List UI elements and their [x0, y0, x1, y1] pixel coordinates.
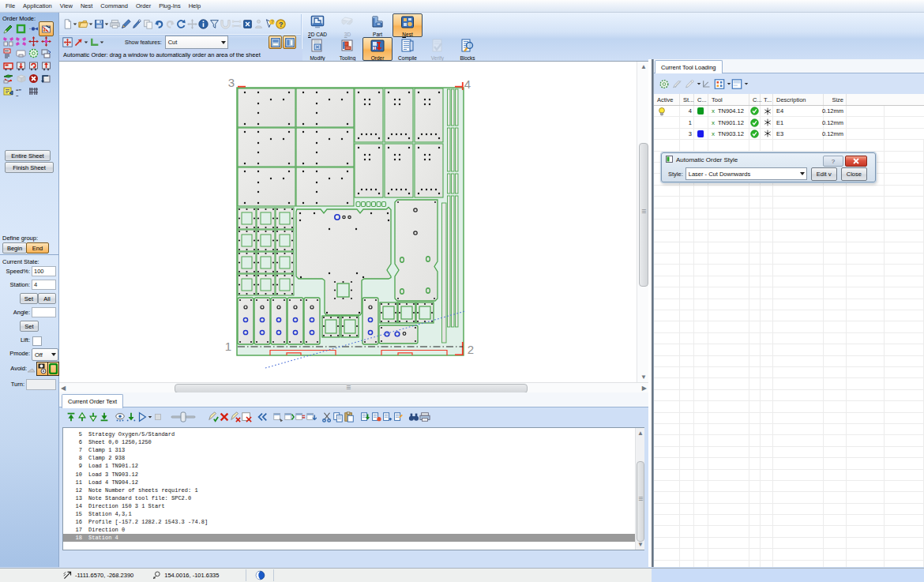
undo-icon[interactable]	[153, 17, 164, 31]
menu-command[interactable]: Command	[96, 2, 132, 9]
menu-file[interactable]: File	[2, 2, 19, 9]
dialog-help-button[interactable]: ?	[823, 156, 843, 167]
order-text-line[interactable]: 5Strategy Oxygen/5/Standard	[63, 430, 644, 438]
om-list-red-icon[interactable]	[2, 47, 14, 59]
order-text-scrollbar[interactable]: ▲▼☰	[635, 428, 644, 550]
om-sheet-gray-icon[interactable]	[15, 73, 27, 84]
om-sheet-up-icon[interactable]	[40, 60, 52, 72]
open-folder-icon[interactable]	[77, 17, 88, 31]
tool-row[interactable]: 4xTN904.12E40.12mm	[654, 106, 924, 117]
cursor-help-icon[interactable]: ?	[264, 17, 275, 31]
move-gray-icon[interactable]	[186, 17, 197, 31]
win-4-icon[interactable]	[306, 411, 317, 424]
module-3d-button[interactable]: 3D	[332, 13, 362, 37]
om-sheet-dl-icon[interactable]	[15, 60, 27, 72]
paste-icon[interactable]	[344, 411, 355, 424]
person-gray-icon[interactable]	[253, 17, 264, 31]
om-arrowdot-icon[interactable]	[28, 23, 39, 35]
station-input[interactable]: 4	[32, 280, 56, 290]
column-t[interactable]: T...	[761, 94, 773, 105]
om-sheet-white-icon[interactable]	[15, 47, 27, 59]
om-sheet-red-icon[interactable]	[2, 60, 14, 72]
pencil-icon[interactable]	[120, 17, 131, 31]
chevron-down-icon[interactable]	[51, 353, 56, 356]
om-square-icon[interactable]	[15, 23, 27, 35]
stop-gray-icon[interactable]	[152, 411, 163, 424]
order-text-line[interactable]: 10Load 3 TN903.12	[63, 470, 644, 478]
save-icon[interactable]	[93, 17, 104, 31]
dropdown-caret[interactable]	[744, 77, 749, 91]
menu-order[interactable]: Order	[132, 2, 155, 9]
order-text-line[interactable]: 12Note Number of sheets required: 1	[63, 486, 644, 494]
magnet-gray-icon[interactable]	[220, 17, 231, 31]
order-text-line[interactable]: 9Load 1 TN901.12	[63, 462, 644, 470]
om-sheet-sel-icon[interactable]	[39, 21, 54, 36]
speed-slider[interactable]	[170, 411, 197, 423]
menu-view[interactable]: View	[56, 2, 77, 9]
tab-current-order-text[interactable]: Current Order Text	[62, 394, 123, 408]
filter-icon[interactable]	[208, 17, 220, 31]
print-icon[interactable]	[109, 17, 120, 31]
angle-input[interactable]	[32, 307, 56, 317]
om-delete-icon[interactable]	[28, 73, 39, 84]
doc-1-icon[interactable]	[359, 411, 370, 424]
binoculars-icon[interactable]	[408, 411, 419, 424]
om-parts1-icon[interactable]	[2, 36, 14, 47]
om-copy-icon[interactable]	[40, 47, 52, 59]
doc-2-icon[interactable]	[370, 411, 381, 424]
om-corner-icon[interactable]	[40, 73, 52, 84]
expand-icon[interactable]: x	[712, 130, 715, 137]
all-button[interactable]: All	[38, 293, 56, 304]
canvas-hscrollbar[interactable]: ◀▶☰	[59, 382, 648, 393]
excel-icon[interactable]	[242, 17, 253, 31]
arr-bottom-icon[interactable]	[99, 411, 110, 424]
module-order-button[interactable]: 1Order	[362, 37, 393, 61]
menu-nest[interactable]: Nest	[77, 2, 96, 9]
edit-button[interactable]: Edit v	[811, 167, 837, 181]
dialog-close-button[interactable]	[845, 156, 867, 167]
set-button[interactable]: Set	[20, 293, 38, 304]
module-compile-button[interactable]: Compile	[393, 37, 423, 61]
split-horizontal-button[interactable]	[269, 36, 282, 49]
om-sheet-green-icon[interactable]	[2, 73, 14, 84]
chevron-down-icon[interactable]	[221, 41, 226, 44]
column-st[interactable]: St...	[680, 94, 694, 105]
dimension-gray-icon[interactable]	[231, 17, 242, 31]
finish-sheet-button[interactable]: Finish Sheet	[5, 162, 54, 173]
om-hash-icon[interactable]	[28, 85, 39, 97]
om-parts2-icon[interactable]	[15, 36, 27, 47]
eye-icon[interactable]	[115, 411, 126, 424]
pencil2-gray-icon[interactable]	[671, 77, 682, 91]
grid-dots-icon[interactable]	[714, 77, 725, 91]
om-wheel-icon[interactable]	[28, 47, 39, 59]
module-blocks-button[interactable]: Blocks	[453, 37, 483, 61]
avoid-profile-toggle[interactable]	[47, 362, 59, 376]
arr-top-icon[interactable]	[66, 411, 77, 424]
pen-icon[interactable]	[131, 17, 142, 31]
gear-green-icon[interactable]	[659, 77, 670, 91]
scissors-icon[interactable]	[321, 411, 332, 424]
column-tool[interactable]: Tool	[708, 94, 749, 105]
column-description[interactable]: Description	[773, 94, 824, 105]
order-text-line[interactable]: 16Profile [-157.2 1282.2 1543.3 -74.8]	[63, 518, 644, 526]
order-text-line-selected[interactable]: 18Station 4	[63, 534, 644, 542]
module-nest-button[interactable]: Nest	[393, 13, 423, 37]
edit-check-icon[interactable]	[208, 411, 219, 424]
begin-group-button[interactable]: Begin	[2, 242, 27, 253]
module-2dcad-button[interactable]: 2D CAD	[302, 13, 332, 37]
om-cross2-icon[interactable]	[40, 36, 52, 47]
column-c[interactable]: C...	[749, 94, 761, 105]
eye-down-icon[interactable]	[126, 411, 137, 424]
close-button[interactable]: Close	[841, 167, 867, 181]
order-text-line[interactable]: 6Sheet 0,0 1250,1250	[63, 438, 644, 446]
end-group-button[interactable]: End	[26, 242, 49, 253]
column-size[interactable]: Size	[824, 94, 847, 105]
box-x-icon[interactable]	[241, 411, 252, 424]
order-text-line[interactable]: 7Clamp 1 313	[63, 446, 644, 454]
doc-4-icon[interactable]	[393, 411, 404, 424]
menu-plugins[interactable]: Plug-Ins	[155, 2, 185, 9]
om-pencil-icon[interactable]	[2, 23, 14, 35]
grid-panel-icon[interactable]	[731, 77, 742, 91]
set-angle-button[interactable]: Set	[20, 321, 39, 332]
order-text-line[interactable]: 8Clamp 2 938	[63, 454, 644, 462]
